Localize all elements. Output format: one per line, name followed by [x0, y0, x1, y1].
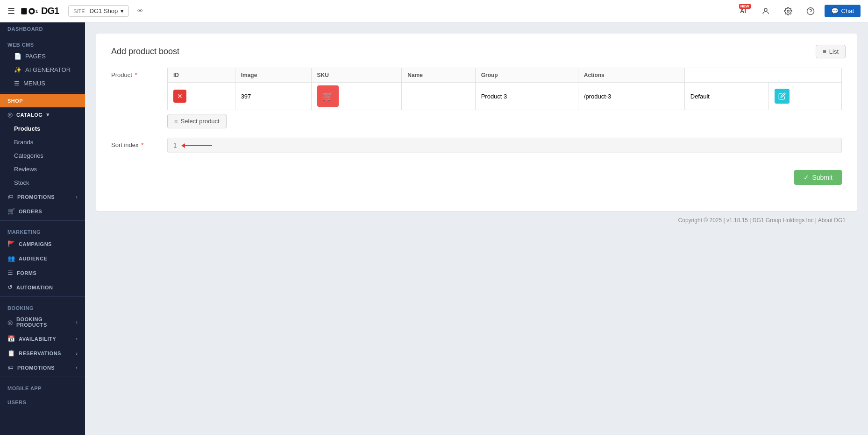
edit-product-button[interactable]	[775, 89, 790, 104]
sidebar-item-shop[interactable]: SHOP	[0, 94, 85, 107]
table-row: ✕ 397 🛒	[168, 83, 842, 110]
sidebar-item-dashboard[interactable]: DASHBOARD	[0, 22, 85, 35]
chevron-down-icon: ▾	[121, 7, 124, 14]
main-content: Add product boost ≡ List Product * ID	[85, 22, 868, 435]
sort-index-input[interactable]: 1	[167, 138, 842, 153]
top-actions: AI NEW 💬 Chat	[735, 3, 861, 20]
select-product-button[interactable]: ≡ Select product	[167, 114, 227, 128]
cell-actions	[769, 83, 842, 110]
sidebar-item-ai-generator[interactable]: ✨ AI GENERATOR	[0, 63, 85, 77]
web-cms-section: WEB CMS	[0, 35, 85, 49]
shop-label: SHOP	[7, 98, 23, 104]
sidebar: DASHBOARD WEB CMS 📄 PAGES ✨ AI GENERATOR…	[0, 22, 85, 435]
product-table: ID Image SKU Name Group Actions	[167, 68, 842, 110]
dashboard-label: DASHBOARD	[7, 26, 43, 32]
sidebar-item-menus[interactable]: ☰ MENUS	[0, 77, 85, 90]
sidebar-item-promotions[interactable]: 🏷 PROMOTIONS ›	[0, 189, 85, 204]
product-image: 🛒	[317, 85, 339, 107]
sidebar-item-audience[interactable]: 👥 AUDIENCE	[0, 251, 85, 266]
checkmark-icon: ✓	[804, 174, 809, 181]
sidebar-item-pages[interactable]: 📄 PAGES	[0, 49, 85, 63]
layout: DASHBOARD WEB CMS 📄 PAGES ✨ AI GENERATOR…	[0, 22, 868, 435]
sidebar-item-categories[interactable]: Categories	[0, 149, 85, 162]
product-label: Product *	[111, 68, 167, 78]
booking-products-icon: ◎	[7, 319, 13, 326]
col-header-group: Group	[475, 68, 578, 83]
site-label: SITE	[73, 8, 85, 14]
catalog-icon: ◎	[7, 111, 13, 118]
cell-sku	[402, 83, 475, 110]
product-form-row: Product * ID Image SKU Name Group Act	[111, 68, 842, 128]
promotions-icon: 🏷	[7, 193, 14, 200]
col-header-actions: Actions	[578, 68, 684, 83]
menus-icon: ☰	[14, 80, 20, 87]
help-icon	[806, 7, 815, 15]
remove-product-button[interactable]: ✕	[173, 90, 186, 103]
sidebar-item-forms[interactable]: ☰ FORMS	[0, 266, 85, 280]
mobile-app-section: MOBILE APP	[0, 379, 85, 393]
submit-button[interactable]: ✓ Submit	[794, 170, 842, 185]
reservations-chevron: ›	[76, 351, 78, 356]
sidebar-item-brands[interactable]: Brands	[0, 135, 85, 149]
sidebar-item-reviews[interactable]: Reviews	[0, 162, 85, 176]
sort-index-control: 1	[167, 138, 842, 153]
settings-icon-btn[interactable]	[780, 3, 797, 20]
sort-index-value: 1	[173, 142, 177, 149]
sort-required-star: *	[141, 141, 143, 148]
user-profile-icon-btn[interactable]	[757, 3, 774, 20]
sidebar-item-stock[interactable]: Stock	[0, 176, 85, 189]
sidebar-item-booking-products[interactable]: ◎ BOOKING PRODUCTS ›	[0, 313, 85, 331]
automation-icon: ↺	[7, 284, 13, 291]
availability-icon: 📅	[7, 335, 15, 342]
required-star: *	[135, 71, 137, 78]
eye-icon[interactable]: 👁	[137, 7, 143, 14]
product-control: ID Image SKU Name Group Actions	[167, 68, 842, 128]
sidebar-item-availability[interactable]: 📅 AVAILABILITY ›	[0, 331, 85, 346]
campaigns-icon: 🚩	[7, 240, 15, 247]
sidebar-item-booking-promotions[interactable]: 🏷 PROMOTIONS ›	[0, 360, 85, 375]
help-icon-btn[interactable]	[802, 3, 819, 20]
sidebar-item-products[interactable]: Products	[0, 122, 85, 135]
hamburger-icon[interactable]: ☰	[7, 6, 15, 16]
svg-point-3	[30, 9, 34, 13]
sidebar-item-campaigns[interactable]: 🚩 CAMPAIGNS	[0, 237, 85, 251]
logo-svg: 1	[21, 5, 39, 18]
sidebar-item-reservations[interactable]: 📋 RESERVATIONS ›	[0, 346, 85, 360]
select-product-icon: ≡	[174, 118, 178, 125]
audience-icon: 👥	[7, 255, 15, 262]
site-selector[interactable]: SITE DG1 Shop ▾	[68, 5, 129, 17]
ai-generator-icon-btn[interactable]: AI NEW	[735, 3, 752, 20]
col-header-name: Name	[402, 68, 475, 83]
list-button[interactable]: ≡ List	[816, 45, 846, 58]
cell-remove: ✕	[168, 83, 235, 110]
booking-products-chevron: ›	[76, 319, 78, 325]
sidebar-item-orders[interactable]: 🛒 ORDERS	[0, 204, 85, 218]
reservations-icon: 📋	[7, 350, 15, 357]
cell-name: Product 3	[475, 83, 578, 110]
arrow-indicator	[184, 145, 212, 146]
new-badge: NEW	[739, 4, 751, 9]
booking-promotions-chevron: ›	[76, 365, 78, 371]
table-header-row: ID Image SKU Name Group Actions	[168, 68, 842, 83]
col-header-image: Image	[235, 68, 311, 83]
orders-icon: 🛒	[7, 208, 15, 215]
svg-text:1: 1	[36, 9, 38, 14]
svg-point-5	[764, 8, 767, 11]
logo-text: DG1	[41, 6, 59, 16]
availability-chevron: ›	[76, 336, 78, 342]
svg-rect-1	[23, 8, 25, 14]
chat-icon: 💬	[831, 7, 839, 14]
sidebar-item-automation[interactable]: ↺ AUTOMATION	[0, 280, 85, 295]
edit-icon	[778, 92, 786, 100]
chat-button[interactable]: 💬 Chat	[825, 5, 861, 17]
ai-gen-icon: ✨	[14, 66, 21, 73]
sidebar-item-catalog[interactable]: ◎ CATALOG ▾	[0, 107, 85, 122]
users-section[interactable]: USERS	[0, 393, 85, 407]
forms-icon: ☰	[7, 269, 13, 276]
chat-label: Chat	[841, 7, 854, 14]
product-subgroup: Default	[690, 93, 710, 100]
logo: 1 DG1	[21, 5, 59, 18]
cell-group: /product-3	[578, 83, 684, 110]
col-header-id: ID	[168, 68, 235, 83]
content-card: Add product boost ≡ List Product * ID	[96, 34, 857, 211]
